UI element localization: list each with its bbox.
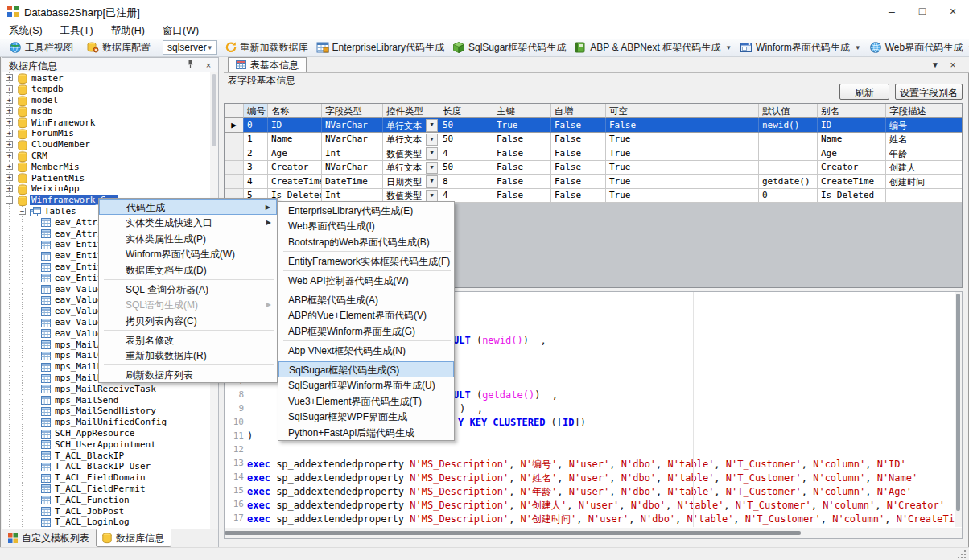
- grid-cell[interactable]: Name: [268, 133, 322, 147]
- toolbar-button-enterpriselibrary[interactable]: EnterpriseLibrary代码生成: [312, 40, 448, 56]
- context-menu-item-6[interactable]: SQL 查询分析器(A): [99, 281, 277, 297]
- grid-cell[interactable]: True: [493, 118, 551, 133]
- grid-cell[interactable]: 创建人: [886, 161, 963, 175]
- grid-cell[interactable]: False: [551, 146, 606, 161]
- close-button[interactable]: ×: [935, 0, 969, 23]
- tree-item-T_ACL_FieldDomain[interactable]: T_ACL_FieldDomain: [2, 472, 210, 484]
- tree-item-mps_MailSend[interactable]: mps_MailSend: [2, 394, 210, 406]
- combo-dropdown-icon[interactable]: ▼: [426, 190, 438, 203]
- refresh-button[interactable]: 刷新: [839, 84, 889, 100]
- grid-cell[interactable]: False: [551, 189, 606, 204]
- expand-icon[interactable]: +: [6, 74, 13, 81]
- grid-cell[interactable]: 4: [244, 175, 268, 189]
- submenu-item-17[interactable]: SqlSugar框架WPF界面生成: [278, 409, 454, 425]
- grid-cell[interactable]: 50: [439, 133, 493, 147]
- context-menu-item-13[interactable]: 刷新数据库列表: [99, 367, 277, 383]
- provider-combobox[interactable]: sqlserver▼: [163, 40, 217, 55]
- tree-item-SCH_AppResource[interactable]: SCH_AppResource: [2, 428, 210, 439]
- grid-cell[interactable]: Int: [322, 146, 383, 161]
- tab-list-dropdown-icon[interactable]: ▼: [929, 60, 942, 71]
- grid-cell[interactable]: 数值类型▼: [383, 146, 439, 161]
- panel-close-icon[interactable]: ×: [202, 60, 215, 71]
- expand-icon[interactable]: +: [6, 163, 13, 170]
- expand-icon[interactable]: +: [6, 152, 13, 159]
- toolbar-button-abpabpnext[interactable]: ABP & ABPNext 框架代码生成▼: [570, 40, 736, 56]
- grid-header-字段类型[interactable]: 字段类型: [322, 104, 383, 118]
- tree-item-CRM[interactable]: +CRM: [2, 150, 210, 162]
- tree-item-ForumMis[interactable]: +ForumMis: [2, 128, 210, 139]
- tree-scrollbar-thumb[interactable]: [212, 74, 216, 146]
- grid-cell[interactable]: NVarChar: [322, 133, 383, 147]
- grid-cell[interactable]: 年龄: [886, 146, 963, 161]
- tree-item-T_ACL_LoginLog[interactable]: T_ACL_LoginLog: [2, 517, 210, 528]
- grid-cell[interactable]: [886, 189, 963, 204]
- grid-header-主键[interactable]: 主键: [493, 104, 551, 118]
- tree-item-CloudMember[interactable]: +CloudMember: [2, 139, 210, 150]
- collapse-icon[interactable]: −: [6, 196, 13, 204]
- row-selector-cell[interactable]: [225, 175, 244, 189]
- combo-dropdown-icon[interactable]: ▼: [426, 119, 438, 132]
- grid-cell[interactable]: False: [551, 161, 606, 175]
- code-horizontal-scrollbar-thumb[interactable]: [225, 531, 801, 535]
- grid-cell[interactable]: CreateTime: [818, 175, 886, 189]
- grid-cell[interactable]: 4: [439, 146, 493, 161]
- panel-tab-1[interactable]: 数据库信息: [96, 529, 171, 547]
- tree-item-T_ACL_BlackIP[interactable]: T_ACL_BlackIP: [2, 450, 210, 461]
- expand-icon[interactable]: +: [6, 97, 13, 104]
- tree-item-MemberMis[interactable]: +MemberMis: [2, 161, 210, 172]
- menubar-item-3[interactable]: 窗口(W): [154, 23, 208, 39]
- panel-tab-0[interactable]: 自定义模板列表: [2, 529, 96, 547]
- tree-item-mps_MailReceiveTask[interactable]: mps_MailReceiveTask: [2, 383, 210, 394]
- combo-dropdown-icon[interactable]: ▼: [426, 147, 438, 160]
- collapse-icon[interactable]: −: [19, 208, 26, 215]
- grid-cell[interactable]: 50: [439, 161, 493, 175]
- grid-header-默认值[interactable]: 默认值: [759, 104, 818, 118]
- combo-dropdown-icon[interactable]: ▼: [426, 162, 438, 175]
- table-row[interactable]: 4CreateTimeDateTime日期类型▼8FalseFalseTrueg…: [225, 175, 962, 189]
- grid-cell[interactable]: True: [606, 161, 759, 175]
- grid-cell[interactable]: False: [493, 189, 551, 204]
- submenu-item-6[interactable]: Web API控制器代码生成(W): [278, 272, 454, 288]
- resize-grip-icon[interactable]: [958, 550, 967, 559]
- grid-cell[interactable]: 编号: [886, 118, 963, 133]
- grid-header-selector[interactable]: [225, 104, 244, 118]
- toolbar-button-cn5[interactable]: 重新加载数据库: [221, 40, 312, 56]
- toolbar-button-web[interactable]: Web界面代码生成▼: [865, 40, 969, 56]
- table-row[interactable]: 2AgeInt数值类型▼4FalseFalseTrueAge年龄: [225, 146, 962, 161]
- grid-cell[interactable]: True: [606, 133, 759, 147]
- context-menu-item-1[interactable]: 实体类生成快速入口▶: [99, 215, 277, 231]
- grid-cell[interactable]: True: [606, 189, 759, 204]
- submenu-item-10[interactable]: ABP框架Winform界面生成(G): [278, 323, 454, 339]
- grid-cell[interactable]: ID: [268, 118, 322, 133]
- expand-icon[interactable]: +: [6, 130, 13, 137]
- tree-item-mps_MailSendHistory[interactable]: mps_MailSendHistory: [2, 406, 210, 417]
- submenu-item-8[interactable]: ABP框架代码生成(A): [278, 291, 454, 307]
- tree-item-WeixinApp[interactable]: +WeixinApp: [2, 183, 210, 195]
- grid-cell[interactable]: CreateTime: [268, 175, 322, 189]
- table-row[interactable]: 1NameNVarChar单行文本▼50FalseFalseTrueName姓名: [225, 133, 962, 147]
- grid-cell[interactable]: False: [493, 175, 551, 189]
- grid-header-自增[interactable]: 自增: [551, 104, 606, 118]
- grid-cell[interactable]: False: [493, 146, 551, 161]
- row-selector-cell[interactable]: ▶: [225, 118, 244, 133]
- tree-item-WinFramework[interactable]: +WinFramework: [2, 117, 210, 128]
- grid-cell[interactable]: 50: [439, 118, 493, 133]
- grid-cell[interactable]: Is_Deleted: [818, 189, 886, 204]
- expand-icon[interactable]: +: [6, 107, 13, 114]
- grid-cell[interactable]: newid(): [759, 118, 818, 133]
- table-row[interactable]: ▶0IDNVarChar单行文本▼50TrueFalseFalsenewid()…: [225, 118, 962, 133]
- combo-dropdown-icon[interactable]: ▼: [426, 175, 438, 188]
- tree-item-msdb[interactable]: +msdb: [2, 105, 210, 117]
- grid-cell[interactable]: True: [606, 175, 759, 189]
- grid-cell[interactable]: ID: [818, 118, 886, 133]
- tree-item-SCH_UserAppointment[interactable]: SCH_UserAppointment: [2, 439, 210, 450]
- row-selector-cell[interactable]: [225, 146, 244, 161]
- grid-cell[interactable]: NVarChar: [322, 118, 383, 133]
- grid-cell[interactable]: NVarChar: [322, 161, 383, 175]
- grid-cell[interactable]: 单行文本▼: [383, 118, 439, 133]
- submenu-item-0[interactable]: EnterpriseLibrary代码生成(E): [278, 202, 454, 218]
- grid-cell[interactable]: True: [606, 146, 759, 161]
- grid-cell[interactable]: 3: [244, 161, 268, 175]
- grid-cell[interactable]: Age: [268, 146, 322, 161]
- submenu-item-1[interactable]: Web界面代码生成(I): [278, 218, 454, 234]
